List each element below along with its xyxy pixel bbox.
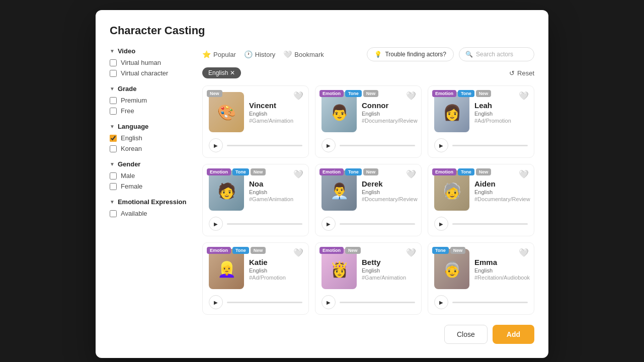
actor-card-betty[interactable]: EmotionNew 🤍 👸 Betty English #Game/Anima…	[315, 242, 422, 315]
card-badges-aiden: EmotionToneNew	[432, 168, 491, 175]
option-label-male: Male	[121, 172, 135, 179]
filter-option-virtual-human[interactable]: Virtual human	[110, 59, 190, 66]
filter-section-header-gender[interactable]: ▼Gender	[110, 160, 190, 168]
play-button-leah[interactable]: ▶	[434, 138, 448, 152]
filter-option-virtual-character[interactable]: Virtual character	[110, 69, 190, 77]
add-button[interactable]: Add	[493, 325, 534, 344]
actor-card-vincent[interactable]: New 🤍 🎨 Vincent English #Game/Animation …	[202, 85, 309, 158]
play-button-aiden[interactable]: ▶	[434, 217, 448, 231]
favorite-button-vincent[interactable]: 🤍	[293, 91, 303, 101]
favorite-button-betty[interactable]: 🤍	[406, 248, 416, 257]
chevron-icon: ▼	[110, 124, 115, 129]
card-player-leah: ▶	[428, 138, 534, 157]
badge-tone-noa: Tone	[232, 168, 249, 175]
checkbox-korean[interactable]	[110, 145, 117, 152]
tag-list: English✕	[202, 67, 241, 78]
progress-bar-betty	[340, 302, 415, 303]
favorite-button-connor[interactable]: 🤍	[406, 91, 416, 101]
card-player-noa: ▶	[203, 217, 308, 236]
actor-card-derek[interactable]: EmotionToneNew 🤍 👨‍💼 Derek English #Docu…	[315, 164, 422, 236]
card-badges-vincent: New	[207, 90, 222, 97]
close-button[interactable]: Close	[444, 325, 488, 344]
chevron-icon: ▼	[110, 161, 115, 167]
favorite-button-katie[interactable]: 🤍	[293, 248, 303, 257]
actor-language-noa: English	[249, 189, 302, 195]
checkbox-english[interactable]	[110, 135, 117, 142]
filter-option-english[interactable]: English	[110, 134, 190, 142]
favorite-button-derek[interactable]: 🤍	[406, 169, 416, 179]
card-player-emma: ▶	[428, 295, 534, 314]
filter-option-free[interactable]: Free	[110, 107, 190, 115]
filter-section-gender: ▼GenderMaleFemale	[110, 160, 190, 190]
actor-card-katie[interactable]: EmotionToneNew 🤍 👱‍♀️ Katie English #Ad/…	[202, 242, 309, 315]
checkbox-virtual-human[interactable]	[110, 59, 117, 66]
favorite-button-noa[interactable]: 🤍	[293, 169, 303, 179]
favorite-button-leah[interactable]: 🤍	[519, 91, 529, 101]
filter-option-male[interactable]: Male	[110, 172, 190, 179]
actor-name-derek: Derek	[362, 179, 418, 188]
play-button-noa[interactable]: ▶	[209, 217, 223, 231]
progress-bar-noa	[227, 223, 302, 225]
card-player-connor: ▶	[315, 138, 421, 157]
filter-option-available[interactable]: Available	[110, 210, 190, 217]
actor-genre-aiden: #Documentary/Review	[474, 196, 530, 202]
actor-genre-derek: #Documentary/Review	[362, 196, 418, 202]
badge-emotion-aiden: Emotion	[432, 168, 456, 175]
search-icon: 🔍	[465, 51, 473, 58]
avatar-noa: 🧑	[209, 170, 244, 211]
tab-popular[interactable]: ⭐Popular	[202, 50, 236, 58]
header-actions: 💡 Trouble finding actors? 🔍 Search actor…	[367, 47, 534, 61]
tab-history[interactable]: 🕐History	[244, 50, 275, 58]
checkbox-male[interactable]	[110, 172, 117, 179]
search-placeholder: Search actors	[476, 51, 513, 58]
filter-section-header-grade[interactable]: ▼Grade	[110, 85, 190, 93]
actor-card-noa[interactable]: EmotionToneNew 🤍 🧑 Noa English #Game/Ani…	[202, 164, 309, 236]
checkbox-available[interactable]	[110, 210, 117, 217]
play-button-katie[interactable]: ▶	[209, 295, 223, 309]
checkbox-free[interactable]	[110, 108, 117, 115]
avatar-betty: 👸	[321, 249, 357, 289]
badge-new-leah: New	[476, 90, 492, 97]
progress-bar-vincent	[227, 145, 302, 146]
tab-bookmark[interactable]: 🤍Bookmark	[283, 50, 324, 58]
badge-emotion-connor: Emotion	[319, 90, 344, 97]
filter-option-korean[interactable]: Korean	[110, 145, 190, 152]
trouble-finding-button[interactable]: 💡 Trouble finding actors?	[367, 47, 454, 61]
progress-bar-leah	[452, 145, 528, 146]
active-filter-tag-english: English✕	[202, 67, 241, 78]
actor-card-connor[interactable]: EmotionToneNew 🤍 👨 Connor English #Docum…	[315, 85, 422, 158]
filter-option-premium[interactable]: Premium	[110, 97, 190, 104]
checkbox-virtual-character[interactable]	[110, 70, 117, 77]
reset-button[interactable]: ↺ Reset	[509, 69, 534, 77]
play-button-emma[interactable]: ▶	[434, 295, 448, 309]
tab-bar: ⭐Popular🕐History🤍Bookmark	[202, 50, 324, 58]
reset-icon: ↺	[509, 69, 515, 77]
play-button-derek[interactable]: ▶	[321, 217, 336, 231]
play-button-betty[interactable]: ▶	[321, 295, 336, 309]
checkbox-premium[interactable]	[110, 97, 117, 104]
badge-tone-derek: Tone	[345, 168, 362, 175]
favorite-button-emma[interactable]: 🤍	[519, 248, 529, 257]
actor-genre-betty: #Game/Animation	[362, 275, 415, 281]
actor-card-leah[interactable]: EmotionToneNew 🤍 👩 Leah English #Ad/Prom…	[428, 85, 534, 158]
badge-new-derek: New	[363, 168, 379, 175]
actor-card-aiden[interactable]: EmotionToneNew 🤍 🧓 Aiden English #Docume…	[428, 164, 534, 236]
chevron-icon: ▼	[110, 48, 115, 54]
filter-section-header-language[interactable]: ▼Language	[110, 123, 190, 130]
play-button-vincent[interactable]: ▶	[209, 138, 223, 152]
option-label-virtual-human: Virtual human	[121, 59, 161, 66]
checkbox-female[interactable]	[110, 183, 117, 190]
play-button-connor[interactable]: ▶	[321, 138, 336, 152]
favorite-button-aiden[interactable]: 🤍	[519, 169, 529, 179]
actor-language-derek: English	[362, 189, 418, 195]
filter-option-female[interactable]: Female	[110, 183, 190, 190]
search-box[interactable]: 🔍 Search actors	[459, 47, 534, 61]
filter-section-header-video[interactable]: ▼Video	[110, 47, 190, 55]
progress-bar-aiden	[452, 223, 528, 225]
filter-section-header-emotional-expression[interactable]: ▼Emotional Expression	[110, 198, 190, 206]
chevron-icon: ▼	[110, 86, 115, 92]
remove-tag-english[interactable]: ✕	[230, 69, 235, 76]
badge-emotion-betty: Emotion	[319, 247, 344, 254]
actor-card-emma[interactable]: ToneNew 🤍 👵 Emma English #Recitation/Aud…	[428, 242, 534, 315]
badge-tone-emma: Tone	[432, 247, 449, 254]
